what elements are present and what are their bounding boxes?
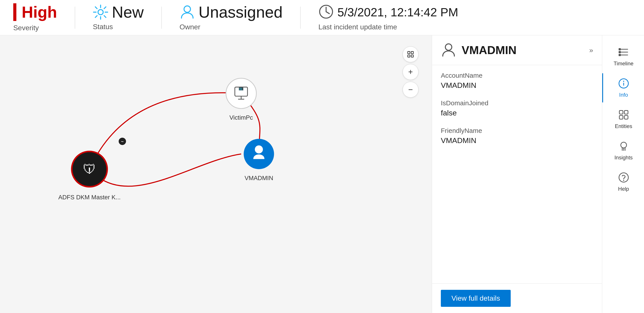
svg-rect-33 xyxy=(618,48,621,50)
svg-rect-39 xyxy=(619,111,623,114)
svg-rect-41 xyxy=(619,116,623,119)
panel-entity-name: VMADMIN xyxy=(462,43,516,57)
status-label: New xyxy=(112,4,144,20)
svg-point-43 xyxy=(621,142,626,148)
severity-label: High xyxy=(22,3,57,21)
owner-label: Unassigned xyxy=(198,4,282,20)
new-status-icon xyxy=(93,4,108,20)
sidebar-item-label: Insights xyxy=(614,155,633,161)
main-area: ~ 🛡 ! ADFS DKM Master K... 📺 VictimPc VM… xyxy=(0,35,644,313)
timestamp-label: 5/3/2021, 12:14:42 PM xyxy=(337,6,458,18)
timestamp-sub: Last incident update time xyxy=(318,23,458,31)
status-sub: Status xyxy=(93,23,144,31)
field-value: VMADMIN xyxy=(441,81,593,90)
svg-point-23 xyxy=(244,139,274,169)
svg-point-24 xyxy=(255,146,263,154)
owner-icon xyxy=(180,4,195,20)
zoom-in-button[interactable]: + xyxy=(402,64,418,80)
header: High Severity New xyxy=(0,0,644,35)
field-value: false xyxy=(441,109,593,117)
svg-rect-28 xyxy=(411,55,414,57)
svg-point-29 xyxy=(445,44,452,50)
sidebar-item-info[interactable]: Info xyxy=(602,73,644,102)
svg-point-0 xyxy=(98,9,103,14)
svg-rect-42 xyxy=(624,116,628,119)
owner-item: Unassigned Owner xyxy=(180,4,282,31)
alert-node-label: ADFS DKM Master K... xyxy=(58,194,121,201)
header-divider-2 xyxy=(162,7,162,29)
sidebar-item-help[interactable]: Help xyxy=(602,167,644,196)
svg-text:~: ~ xyxy=(121,139,124,144)
svg-point-38 xyxy=(623,81,624,82)
timeline-icon xyxy=(618,46,630,59)
clock-icon xyxy=(318,4,334,20)
zoom-fit-button[interactable] xyxy=(402,46,418,62)
sidebar-item-label: Help xyxy=(618,186,629,192)
svg-rect-27 xyxy=(408,55,410,57)
sidebar-item-label: Info xyxy=(619,92,628,98)
vmadmin-node-label: VMADMIN xyxy=(244,175,273,181)
owner-sub: Owner xyxy=(180,23,282,31)
svg-line-6 xyxy=(104,16,106,17)
svg-text:📺: 📺 xyxy=(238,86,244,91)
panel-field: IsDomainJoined false xyxy=(441,99,593,117)
field-label: FriendlyName xyxy=(441,127,593,135)
zoom-out-button[interactable]: − xyxy=(402,82,418,98)
svg-line-8 xyxy=(95,16,97,17)
header-divider-3 xyxy=(300,7,301,29)
graph-svg: ~ 🛡 ! ADFS DKM Master K... 📺 VictimPc VM… xyxy=(0,35,432,313)
svg-text:!: ! xyxy=(88,165,91,176)
panel-expand-button[interactable]: » xyxy=(589,46,593,54)
insights-icon xyxy=(618,140,630,153)
sidebar-item-timeline[interactable]: Timeline xyxy=(602,42,644,71)
info-icon xyxy=(618,78,630,90)
status-item: New Status xyxy=(93,4,144,31)
svg-point-45 xyxy=(623,180,624,181)
field-label: AccountName xyxy=(441,72,593,79)
svg-rect-34 xyxy=(618,51,621,53)
severity-sub: Severity xyxy=(13,24,57,32)
panel-entity-icon xyxy=(441,42,456,58)
sidebar-item-insights[interactable]: Insights xyxy=(602,136,644,165)
sidebar-item-entities[interactable]: Entities xyxy=(602,105,644,134)
svg-line-5 xyxy=(95,7,97,8)
svg-line-12 xyxy=(326,12,330,14)
severity-bar-icon xyxy=(13,3,16,21)
panel-header: VMADMIN » xyxy=(432,35,602,65)
svg-rect-25 xyxy=(408,51,410,54)
svg-rect-35 xyxy=(618,54,621,56)
view-details-button[interactable]: View full details xyxy=(441,290,511,307)
right-panel: VMADMIN » AccountName VMADMIN IsDomainJo… xyxy=(432,35,602,313)
panel-footer: View full details xyxy=(432,283,602,313)
svg-line-7 xyxy=(104,7,106,8)
header-divider-1 xyxy=(75,7,75,29)
sidebar-item-label: Timeline xyxy=(614,60,634,67)
panel-field: FriendlyName VMADMIN xyxy=(441,127,593,145)
svg-rect-40 xyxy=(624,111,628,114)
entities-icon xyxy=(618,109,630,121)
help-icon xyxy=(618,172,630,184)
sidebar: Timeline Info Entities xyxy=(602,35,644,313)
field-value: VMADMIN xyxy=(441,136,593,145)
svg-point-18 xyxy=(226,78,256,108)
field-label: IsDomainJoined xyxy=(441,99,593,107)
timestamp-item: 5/3/2021, 12:14:42 PM Last incident upda… xyxy=(318,4,458,31)
svg-rect-26 xyxy=(411,51,414,54)
svg-point-9 xyxy=(184,6,190,12)
panel-field: AccountName VMADMIN xyxy=(441,72,593,90)
severity-item: High Severity xyxy=(13,3,57,32)
sidebar-item-label: Entities xyxy=(615,123,632,129)
panel-content: AccountName VMADMIN IsDomainJoined false… xyxy=(432,65,602,283)
victimpc-node-label: VictimPc xyxy=(230,114,253,121)
zoom-controls: + − xyxy=(402,46,418,98)
graph-area: ~ 🛡 ! ADFS DKM Master K... 📺 VictimPc VM… xyxy=(0,35,432,313)
